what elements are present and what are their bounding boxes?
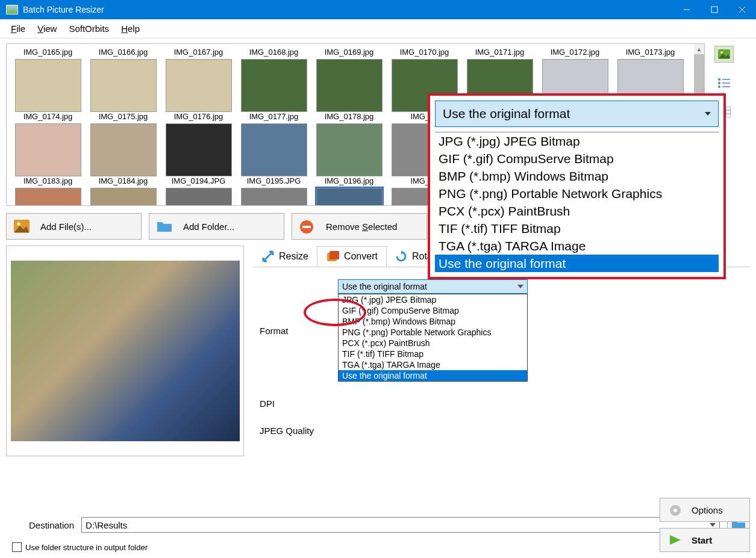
format-option[interactable]: PCX (*.pcx) PaintBrush: [339, 338, 527, 349]
thumbnail-image: [90, 59, 157, 112]
add-files-button[interactable]: Add File(s)...: [6, 213, 142, 240]
thumbnail-item[interactable]: IMG_0196.jpg: [311, 176, 387, 206]
thumbnail-image: [241, 123, 307, 176]
remove-icon: [299, 220, 315, 233]
maximize-button[interactable]: [701, 0, 728, 19]
thumbnail-name: IMG_0174.jpg: [23, 112, 73, 121]
thumbnail-name: IMG_0183.jpg: [23, 176, 73, 185]
thumbnail-name: IMG_0177.jpg: [249, 112, 299, 121]
format-label: Format: [260, 326, 338, 336]
preview-panel: [6, 246, 244, 456]
thumbnail-image: [15, 59, 81, 112]
svg-point-18: [17, 222, 20, 226]
overlay-select[interactable]: Use the original format: [435, 101, 719, 127]
thumbnail-image: [90, 188, 157, 206]
tab-convert[interactable]: Convert: [317, 246, 387, 267]
format-option[interactable]: TIF (*.tif) TIFF Bitmap: [339, 349, 527, 359]
thumbnail-item[interactable]: IMG_0176.jpg: [161, 112, 236, 176]
view-thumbnails-button[interactable]: [714, 46, 734, 63]
thumbnail-item[interactable]: IMG_0166.jpg: [86, 48, 161, 112]
thumbnail-item[interactable]: IMG_0195.JPG: [236, 176, 311, 206]
svg-point-5: [720, 51, 723, 54]
preview-image: [11, 261, 240, 441]
thumbnail-image: [166, 123, 232, 176]
thumbnail-image: [90, 123, 157, 176]
gear-icon: [669, 504, 683, 516]
thumbnail-item[interactable]: IMG_0183.jpg: [10, 176, 86, 206]
format-option[interactable]: BMP (*.bmp) Windows Bitmap: [339, 316, 527, 327]
overlay-option[interactable]: PCX (*.pcx) PaintBrush: [435, 202, 719, 220]
thumbnail-item[interactable]: IMG_0178.jpg: [311, 112, 387, 176]
thumbnail-image: [15, 123, 81, 176]
view-list-button[interactable]: [714, 75, 734, 91]
scroll-up[interactable]: ▲: [694, 44, 704, 54]
thumbnail-item[interactable]: IMG_0169.jpg: [311, 48, 387, 112]
options-button[interactable]: Options: [660, 498, 750, 522]
overlay-option[interactable]: JPG (*.jpg) JPEG Bitmap: [435, 132, 719, 150]
destination-label: Destination: [6, 520, 74, 530]
overlay-option[interactable]: TIF (*.tif) TIFF Bitmap: [435, 220, 719, 237]
overlay-option[interactable]: GIF (*.gif) CompuServe Bitmap: [435, 150, 719, 167]
rotate-icon: [395, 250, 407, 262]
folder-icon: [157, 220, 172, 233]
thumbnail-item[interactable]: IMG_0194.JPG: [161, 176, 236, 206]
start-button[interactable]: Start: [660, 528, 750, 552]
thumbnail-image: [316, 123, 383, 176]
chevron-down-icon: [517, 285, 523, 288]
folder-structure-label: Use folder structure in output folder: [25, 543, 148, 552]
thumbnail-name: IMG_0175.jpg: [99, 112, 148, 121]
add-folder-button[interactable]: Add Folder...: [149, 213, 284, 240]
svg-rect-9: [722, 82, 730, 84]
minimize-button[interactable]: [673, 0, 701, 19]
thumbnail-name: IMG_0170.jpg: [400, 48, 449, 57]
overlay-option[interactable]: TGA (*.tga) TARGA Image: [435, 237, 719, 255]
destination-input[interactable]: D:\Results: [81, 517, 720, 533]
thumbnail-name: IMG_0194.JPG: [172, 176, 226, 185]
thumbnail-name: IMG_0169.jpg: [325, 48, 374, 57]
chevron-down-icon: [705, 112, 711, 116]
menu-softorbits[interactable]: SoftOrbits: [63, 21, 115, 36]
svg-point-10: [718, 85, 720, 88]
format-option[interactable]: GIF (*.gif) CompuServe Bitmap: [339, 305, 527, 316]
svg-rect-22: [330, 251, 339, 259]
svg-rect-11: [722, 86, 730, 87]
format-dropdown-overlay: Use the original format JPG (*.jpg) JPEG…: [428, 93, 726, 279]
remove-selected-button[interactable]: Remove Selected: [292, 213, 427, 240]
thumbnail-item[interactable]: IMG_0165.jpg: [10, 48, 86, 112]
menu-view[interactable]: View: [31, 21, 63, 36]
menu-help[interactable]: Help: [115, 21, 146, 36]
play-icon: [669, 534, 683, 546]
thumbnail-item[interactable]: IMG_0174.jpg: [10, 112, 86, 176]
thumbnail-image: [316, 188, 383, 206]
svg-point-6: [718, 78, 720, 81]
svg-rect-20: [302, 226, 311, 228]
titlebar[interactable]: Batch Picture Resizer: [0, 0, 756, 19]
overlay-option[interactable]: PNG (*.png) Portable Network Graphics: [435, 185, 719, 202]
format-option[interactable]: Use the original format: [339, 370, 527, 381]
format-select[interactable]: Use the original format JPG (*.jpg) JPEG…: [338, 279, 528, 382]
overlay-option[interactable]: Use the original format: [435, 255, 719, 272]
menu-file[interactable]: File: [5, 21, 31, 36]
thumbnail-image: [241, 59, 307, 112]
resize-icon: [262, 250, 274, 262]
tab-resize[interactable]: Resize: [254, 247, 317, 266]
format-option[interactable]: TGA (*.tga) TARGA Image: [339, 359, 527, 370]
svg-rect-1: [711, 7, 717, 13]
thumbnail-item[interactable]: IMG_0177.jpg: [236, 112, 311, 176]
thumbnail-item[interactable]: IMG_0168.jpg: [236, 48, 311, 112]
app-title: Batch Picture Resizer: [23, 5, 673, 14]
thumbnail-item[interactable]: IMG_0175.jpg: [86, 112, 161, 176]
thumbnail-item[interactable]: IMG_0167.jpg: [161, 48, 236, 112]
thumbnail-image: [241, 188, 307, 206]
thumbnail-name: IMG_0171.jpg: [475, 48, 525, 57]
close-button[interactable]: [728, 0, 756, 19]
thumbnail-name: IMG_0184.jpg: [99, 176, 148, 185]
svg-point-24: [673, 509, 677, 512]
folder-structure-checkbox[interactable]: [12, 542, 22, 552]
format-option[interactable]: PNG (*.png) Portable Network Graphics: [339, 327, 527, 338]
thumbnail-name: IMG_0195.JPG: [247, 176, 301, 185]
thumbnail-image: [166, 188, 232, 206]
thumbnail-item[interactable]: IMG_0184.jpg: [86, 176, 161, 206]
overlay-option[interactable]: BMP (*.bmp) Windows Bitmap: [435, 167, 719, 185]
format-option[interactable]: JPG (*.jpg) JPEG Bitmap: [339, 294, 527, 305]
